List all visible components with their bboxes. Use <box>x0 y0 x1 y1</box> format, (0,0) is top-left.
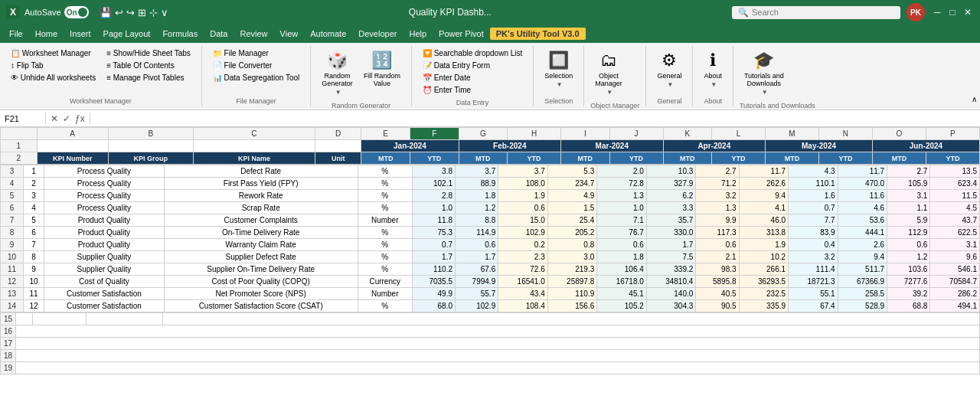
cell-val-6-8[interactable]: 0.7 <box>789 202 838 214</box>
col-jun-mtd[interactable]: MTD <box>872 152 926 165</box>
cell-val-7-1[interactable]: 8.8 <box>455 214 498 227</box>
cell-val-13-4[interactable]: 45.1 <box>597 288 647 300</box>
cell-val-3-4[interactable]: 2.0 <box>597 165 647 178</box>
cell-val-5-3[interactable]: 4.9 <box>547 190 597 202</box>
grid-icon[interactable]: ⊞ <box>138 7 146 18</box>
cell-val-3-5[interactable]: 10.3 <box>646 165 696 178</box>
cell-val-11-0[interactable]: 110.2 <box>412 263 455 276</box>
col-mar-ytd[interactable]: YTD <box>609 152 663 165</box>
cell-unit-12[interactable]: Currency <box>358 276 412 288</box>
cell-kpi-name-5[interactable]: Rework Rate <box>164 190 358 202</box>
cell-val-3-11[interactable]: 13.5 <box>930 165 980 178</box>
cell-val-13-3[interactable]: 110.9 <box>547 288 597 300</box>
cell-val-9-0[interactable]: 0.7 <box>412 239 455 251</box>
cell-val-8-6[interactable]: 117.3 <box>696 227 739 239</box>
col-kpi-num[interactable]: KPI Number <box>37 152 108 165</box>
cell-val-4-3[interactable]: 234.7 <box>547 178 597 190</box>
col-header-h[interactable]: H <box>508 128 561 140</box>
cell-val-10-11[interactable]: 9.6 <box>930 251 980 263</box>
cell-val-14-6[interactable]: 90.5 <box>696 300 739 312</box>
cell-val-3-7[interactable]: 11.7 <box>739 165 789 178</box>
col-mar-mtd[interactable]: MTD <box>561 152 610 165</box>
cell-kpi-group-8[interactable]: Product Quality <box>44 227 165 239</box>
cell-val-11-3[interactable]: 219.3 <box>547 263 597 276</box>
cell-val-8-9[interactable]: 444.1 <box>838 227 887 239</box>
cell-val-5-10[interactable]: 3.1 <box>887 190 930 202</box>
cell-val-7-2[interactable]: 15.0 <box>498 214 548 227</box>
table-of-contents-button[interactable]: ≡ Table Of Contents <box>102 60 195 71</box>
cell-val-5-6[interactable]: 3.2 <box>696 190 739 202</box>
show-hide-tabs-button[interactable]: ≡ Show/Hide Sheet Tabs <box>102 47 195 59</box>
cell-b1[interactable] <box>108 140 193 152</box>
col-kpi-group[interactable]: KPI Group <box>108 152 193 165</box>
more-icon[interactable]: ∨ <box>161 7 168 18</box>
cell-unit-11[interactable]: % <box>358 263 412 276</box>
cell-val-3-6[interactable]: 2.7 <box>696 165 739 178</box>
cell-val-4-2[interactable]: 108.0 <box>498 178 548 190</box>
cell-kpi-num-4[interactable]: 2 <box>23 178 44 190</box>
general-button[interactable]: ⚙ General ▼ <box>652 47 686 91</box>
cell-unit-6[interactable]: % <box>358 202 412 214</box>
col-header-e[interactable]: E <box>361 128 410 140</box>
cell-val-7-3[interactable]: 25.4 <box>547 214 597 227</box>
cell-kpi-name-9[interactable]: Warranty Claim Rate <box>164 239 358 251</box>
col-header-c[interactable]: C <box>193 128 315 140</box>
cell-val-14-10[interactable]: 68.8 <box>887 300 930 312</box>
cell-val-11-7[interactable]: 266.1 <box>739 263 789 276</box>
cell-val-8-11[interactable]: 622.5 <box>930 227 980 239</box>
cell-val-5-4[interactable]: 1.3 <box>597 190 647 202</box>
cell-val-13-0[interactable]: 49.9 <box>412 288 455 300</box>
cell-val-8-5[interactable]: 330.0 <box>646 227 696 239</box>
cell-val-10-7[interactable]: 10.2 <box>739 251 789 263</box>
cell-kpi-num-14[interactable]: 12 <box>23 300 44 312</box>
cell-val-10-6[interactable]: 2.1 <box>696 251 739 263</box>
cell-val-3-2[interactable]: 3.7 <box>498 165 548 178</box>
cell-val-12-1[interactable]: 7994.9 <box>455 276 498 288</box>
autosave-control[interactable]: AutoSave On <box>24 6 89 18</box>
cell-val-9-3[interactable]: 0.8 <box>547 239 597 251</box>
menu-review[interactable]: Review <box>234 28 273 40</box>
cell-val-9-8[interactable]: 0.4 <box>789 239 838 251</box>
menu-view[interactable]: View <box>274 28 305 40</box>
cell-val-13-7[interactable]: 232.5 <box>739 288 789 300</box>
cell-val-5-8[interactable]: 1.6 <box>789 190 838 202</box>
cell-val-6-0[interactable]: 1.0 <box>412 202 455 214</box>
cell-kpi-group-13[interactable]: Customer Satisfaction <box>44 288 165 300</box>
cell-val-10-8[interactable]: 3.2 <box>789 251 838 263</box>
menu-insert[interactable]: Insert <box>64 28 97 40</box>
cell-val-11-11[interactable]: 546.1 <box>930 263 980 276</box>
select-icon[interactable]: ⊹ <box>149 7 158 18</box>
cell-apr-header[interactable]: Apr-2024 <box>663 140 766 152</box>
col-header-m[interactable]: M <box>766 128 819 140</box>
cell-val-14-2[interactable]: 108.4 <box>498 300 548 312</box>
cell-val-5-1[interactable]: 1.8 <box>455 190 498 202</box>
menu-home[interactable]: Home <box>29 28 64 40</box>
flip-tab-button[interactable]: ↕ Flip Tab <box>6 60 100 71</box>
cell-unit-10[interactable]: % <box>358 251 412 263</box>
col-apr-mtd[interactable]: MTD <box>663 152 712 165</box>
cell-kpi-num-9[interactable]: 7 <box>23 239 44 251</box>
menu-developer[interactable]: Developer <box>352 28 403 40</box>
col-jan-ytd[interactable]: YTD <box>410 152 459 165</box>
cell-val-8-10[interactable]: 112.9 <box>887 227 930 239</box>
cell-unit-13[interactable]: Number <box>358 288 412 300</box>
cell-val-7-9[interactable]: 53.6 <box>838 214 887 227</box>
cell-kpi-name-7[interactable]: Customer Complaints <box>164 214 358 227</box>
cell-val-14-7[interactable]: 335.9 <box>739 300 789 312</box>
cell-val-12-2[interactable]: 16541.0 <box>498 276 548 288</box>
cell-kpi-num-6[interactable]: 4 <box>23 202 44 214</box>
confirm-formula-icon[interactable]: ✓ <box>61 113 72 124</box>
cell-d1[interactable] <box>315 140 361 152</box>
col-unit[interactable]: Unit <box>315 152 361 165</box>
cell-kpi-name-11[interactable]: Supplier On-Time Delivery Rate <box>164 263 358 276</box>
cell-kpi-name-6[interactable]: Scrap Rate <box>164 202 358 214</box>
cell-val-8-4[interactable]: 76.7 <box>597 227 647 239</box>
cell-jun-header[interactable]: Jun-2024 <box>872 140 979 152</box>
cell-val-4-5[interactable]: 327.9 <box>646 178 696 190</box>
cell-val-13-5[interactable]: 140.0 <box>646 288 696 300</box>
cell-val-11-4[interactable]: 106.4 <box>597 263 647 276</box>
cell-kpi-group-4[interactable]: Process Quality <box>44 178 165 190</box>
cell-kpi-group-10[interactable]: Supplier Quality <box>44 251 165 263</box>
enter-time-button[interactable]: ⏰ Enter Time <box>418 84 527 96</box>
cell-val-8-2[interactable]: 102.9 <box>498 227 548 239</box>
